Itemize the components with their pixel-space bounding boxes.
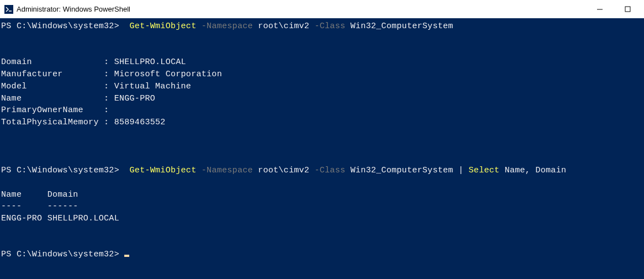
arg-class: Win32_ComputerSystem	[351, 22, 453, 31]
window-controls	[594, 4, 640, 15]
prompt: PS C:\Windows\system32>	[1, 22, 119, 31]
window-title: Administrator: Windows PowerShell	[17, 5, 594, 13]
titlebar[interactable]: Administrator: Windows PowerShell	[0, 0, 644, 18]
maximize-button[interactable]	[622, 4, 633, 15]
output-line: Manufacturer : Microsoft Corporation	[1, 70, 222, 79]
prompt: PS C:\Windows\system32>	[1, 250, 119, 259]
minimize-button[interactable]	[594, 4, 605, 15]
powershell-icon	[4, 5, 13, 14]
cmdlet-select: Select	[469, 166, 500, 175]
output-line: PrimaryOwnerName :	[1, 106, 109, 115]
prompt: PS C:\Windows\system32>	[1, 166, 119, 175]
table-header: Name Domain	[1, 190, 78, 199]
cmdlet: Get-WmiObject	[130, 22, 197, 31]
svg-rect-2	[625, 7, 630, 12]
select-columns: Name, Domain	[505, 166, 567, 175]
output-line: Name : ENGG-PRO	[1, 94, 155, 103]
arg-class: Win32_ComputerSystem	[351, 166, 453, 175]
param-class: -Class	[314, 166, 345, 175]
arg-namespace: root\cimv2	[258, 22, 309, 31]
cursor	[124, 255, 129, 257]
output-line: TotalPhysicalMemory : 8589463552	[1, 118, 166, 127]
terminal-area[interactable]: PS C:\Windows\system32> Get-WmiObject -N…	[0, 18, 644, 279]
pipe: |	[458, 166, 463, 175]
table-separator: ---- ------	[1, 202, 78, 211]
powershell-window: Administrator: Windows PowerShell PS C:\…	[0, 0, 644, 279]
output-line: Model : Virtual Machine	[1, 82, 191, 91]
cmdlet: Get-WmiObject	[130, 166, 197, 175]
output-line: Domain : SHELLPRO.LOCAL	[1, 57, 186, 67]
table-row: ENGG-PRO SHELLPRO.LOCAL	[1, 214, 119, 223]
arg-namespace: root\cimv2	[258, 166, 309, 175]
param-namespace: -Namespace	[202, 22, 253, 31]
param-class: -Class	[314, 22, 345, 31]
param-namespace: -Namespace	[202, 166, 253, 175]
